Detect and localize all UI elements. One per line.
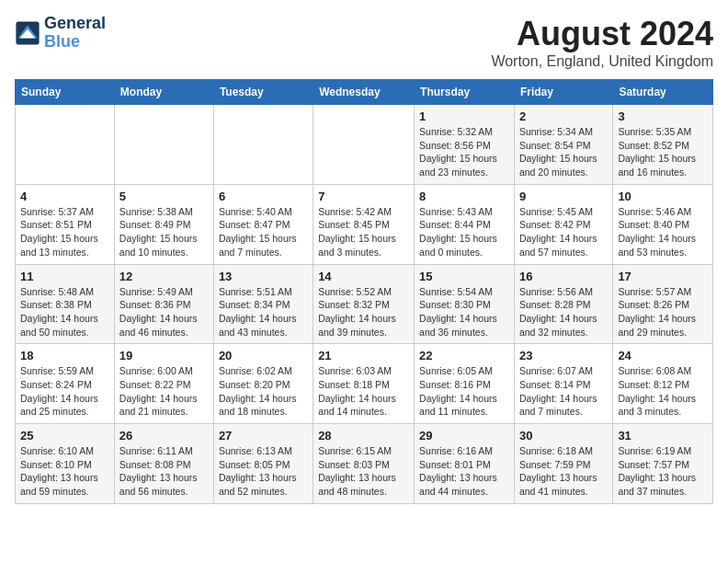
day-info: Sunrise: 6:11 AM Sunset: 8:08 PM Dayligh… xyxy=(119,444,209,499)
calendar-day-cell: 15Sunrise: 5:54 AM Sunset: 8:30 PM Dayli… xyxy=(415,264,515,344)
calendar-title: August 2024 xyxy=(491,15,713,53)
day-info: Sunrise: 6:13 AM Sunset: 8:05 PM Dayligh… xyxy=(219,444,308,499)
day-number: 28 xyxy=(318,429,409,442)
calendar-day-cell: 14Sunrise: 5:52 AM Sunset: 8:32 PM Dayli… xyxy=(313,264,415,344)
day-info: Sunrise: 6:19 AM Sunset: 7:57 PM Dayligh… xyxy=(618,444,708,499)
logo-text: General Blue xyxy=(44,15,106,52)
day-info: Sunrise: 5:52 AM Sunset: 8:32 PM Dayligh… xyxy=(318,285,409,339)
calendar-day-cell: 11Sunrise: 5:48 AM Sunset: 8:38 PM Dayli… xyxy=(16,264,115,344)
weekday-header-cell: Sunday xyxy=(16,80,115,105)
weekday-header-cell: Wednesday xyxy=(313,80,415,105)
day-info: Sunrise: 5:45 AM Sunset: 8:42 PM Dayligh… xyxy=(519,205,608,259)
calendar-day-cell: 7Sunrise: 5:42 AM Sunset: 8:45 PM Daylig… xyxy=(313,184,415,264)
day-info: Sunrise: 5:57 AM Sunset: 8:26 PM Dayligh… xyxy=(618,285,708,339)
title-area: August 2024 Worton, England, United King… xyxy=(491,15,713,70)
day-info: Sunrise: 5:49 AM Sunset: 8:36 PM Dayligh… xyxy=(119,285,209,339)
day-number: 26 xyxy=(119,429,209,442)
day-info: Sunrise: 6:02 AM Sunset: 8:20 PM Dayligh… xyxy=(219,364,308,419)
day-number: 17 xyxy=(618,270,708,283)
day-info: Sunrise: 6:05 AM Sunset: 8:16 PM Dayligh… xyxy=(419,364,509,419)
day-number: 19 xyxy=(119,349,209,362)
day-info: Sunrise: 6:03 AM Sunset: 8:18 PM Dayligh… xyxy=(318,364,409,419)
day-info: Sunrise: 5:35 AM Sunset: 8:52 PM Dayligh… xyxy=(618,125,708,179)
weekday-header-row: SundayMondayTuesdayWednesdayThursdayFrid… xyxy=(16,80,713,105)
calendar-week-row: 25Sunrise: 6:10 AM Sunset: 8:10 PM Dayli… xyxy=(16,424,713,504)
day-number: 5 xyxy=(119,190,209,203)
logo-icon xyxy=(15,20,40,46)
day-info: Sunrise: 5:59 AM Sunset: 8:24 PM Dayligh… xyxy=(20,364,109,419)
day-number: 1 xyxy=(419,109,509,123)
calendar-day-cell: 30Sunrise: 6:18 AM Sunset: 7:59 PM Dayli… xyxy=(514,424,612,504)
day-info: Sunrise: 6:10 AM Sunset: 8:10 PM Dayligh… xyxy=(20,444,109,499)
day-number: 2 xyxy=(519,109,608,123)
calendar-day-cell: 9Sunrise: 5:45 AM Sunset: 8:42 PM Daylig… xyxy=(514,184,612,264)
calendar-week-row: 11Sunrise: 5:48 AM Sunset: 8:38 PM Dayli… xyxy=(16,264,713,344)
day-info: Sunrise: 5:40 AM Sunset: 8:47 PM Dayligh… xyxy=(219,205,308,259)
day-number: 16 xyxy=(519,270,608,283)
day-info: Sunrise: 5:56 AM Sunset: 8:28 PM Dayligh… xyxy=(519,285,608,339)
day-info: Sunrise: 5:46 AM Sunset: 8:40 PM Dayligh… xyxy=(618,205,708,259)
calendar-day-cell xyxy=(313,105,415,185)
day-info: Sunrise: 6:00 AM Sunset: 8:22 PM Dayligh… xyxy=(119,364,209,419)
day-number: 29 xyxy=(419,429,509,442)
logo: General Blue xyxy=(15,15,106,52)
day-number: 24 xyxy=(618,349,708,362)
day-info: Sunrise: 6:16 AM Sunset: 8:01 PM Dayligh… xyxy=(419,444,509,499)
calendar-day-cell: 24Sunrise: 6:08 AM Sunset: 8:12 PM Dayli… xyxy=(613,344,713,424)
calendar-week-row: 18Sunrise: 5:59 AM Sunset: 8:24 PM Dayli… xyxy=(16,344,713,424)
day-number: 9 xyxy=(519,190,608,203)
header: General Blue August 2024 Worton, England… xyxy=(15,15,713,70)
calendar-day-cell: 4Sunrise: 5:37 AM Sunset: 8:51 PM Daylig… xyxy=(16,184,115,264)
calendar-day-cell: 8Sunrise: 5:43 AM Sunset: 8:44 PM Daylig… xyxy=(415,184,515,264)
day-number: 20 xyxy=(219,349,308,362)
calendar-day-cell: 20Sunrise: 6:02 AM Sunset: 8:20 PM Dayli… xyxy=(213,344,313,424)
weekday-header-cell: Tuesday xyxy=(213,80,313,105)
logo-line2: Blue xyxy=(44,32,80,51)
day-info: Sunrise: 5:34 AM Sunset: 8:54 PM Dayligh… xyxy=(519,125,608,179)
calendar-day-cell: 13Sunrise: 5:51 AM Sunset: 8:34 PM Dayli… xyxy=(213,264,313,344)
day-info: Sunrise: 5:48 AM Sunset: 8:38 PM Dayligh… xyxy=(20,285,109,339)
day-number: 8 xyxy=(419,190,509,203)
calendar-day-cell: 22Sunrise: 6:05 AM Sunset: 8:16 PM Dayli… xyxy=(415,344,515,424)
day-number: 14 xyxy=(318,270,409,283)
weekday-header-cell: Saturday xyxy=(613,80,713,105)
weekday-header-cell: Monday xyxy=(114,80,213,105)
calendar-day-cell: 12Sunrise: 5:49 AM Sunset: 8:36 PM Dayli… xyxy=(114,264,213,344)
weekday-header-cell: Friday xyxy=(514,80,612,105)
day-number: 3 xyxy=(618,109,708,123)
weekday-header-cell: Thursday xyxy=(415,80,515,105)
calendar-day-cell: 17Sunrise: 5:57 AM Sunset: 8:26 PM Dayli… xyxy=(613,264,713,344)
day-number: 7 xyxy=(318,190,409,203)
calendar-day-cell: 31Sunrise: 6:19 AM Sunset: 7:57 PM Dayli… xyxy=(613,424,713,504)
day-number: 31 xyxy=(618,429,708,442)
day-info: Sunrise: 5:32 AM Sunset: 8:56 PM Dayligh… xyxy=(419,125,509,179)
day-number: 30 xyxy=(519,429,608,442)
day-info: Sunrise: 5:37 AM Sunset: 8:51 PM Dayligh… xyxy=(20,205,109,259)
day-number: 4 xyxy=(20,190,109,203)
day-info: Sunrise: 5:38 AM Sunset: 8:49 PM Dayligh… xyxy=(119,205,209,259)
calendar-day-cell: 1Sunrise: 5:32 AM Sunset: 8:56 PM Daylig… xyxy=(415,105,515,185)
calendar-day-cell: 19Sunrise: 6:00 AM Sunset: 8:22 PM Dayli… xyxy=(114,344,213,424)
day-info: Sunrise: 5:43 AM Sunset: 8:44 PM Dayligh… xyxy=(419,205,509,259)
calendar-day-cell: 10Sunrise: 5:46 AM Sunset: 8:40 PM Dayli… xyxy=(613,184,713,264)
calendar-day-cell xyxy=(213,105,313,185)
calendar-table: SundayMondayTuesdayWednesdayThursdayFrid… xyxy=(15,79,713,504)
logo-line1: General xyxy=(44,15,106,33)
day-number: 10 xyxy=(618,190,708,203)
calendar-day-cell: 27Sunrise: 6:13 AM Sunset: 8:05 PM Dayli… xyxy=(213,424,313,504)
calendar-week-row: 4Sunrise: 5:37 AM Sunset: 8:51 PM Daylig… xyxy=(16,184,713,264)
calendar-day-cell: 21Sunrise: 6:03 AM Sunset: 8:18 PM Dayli… xyxy=(313,344,415,424)
calendar-day-cell: 5Sunrise: 5:38 AM Sunset: 8:49 PM Daylig… xyxy=(114,184,213,264)
calendar-day-cell: 18Sunrise: 5:59 AM Sunset: 8:24 PM Dayli… xyxy=(16,344,115,424)
calendar-day-cell xyxy=(114,105,213,185)
calendar-day-cell: 6Sunrise: 5:40 AM Sunset: 8:47 PM Daylig… xyxy=(213,184,313,264)
calendar-day-cell: 3Sunrise: 5:35 AM Sunset: 8:52 PM Daylig… xyxy=(613,105,713,185)
day-info: Sunrise: 5:42 AM Sunset: 8:45 PM Dayligh… xyxy=(318,205,409,259)
day-number: 6 xyxy=(219,190,308,203)
day-number: 27 xyxy=(219,429,308,442)
day-number: 15 xyxy=(419,270,509,283)
calendar-body: 1Sunrise: 5:32 AM Sunset: 8:56 PM Daylig… xyxy=(16,105,713,504)
day-number: 21 xyxy=(318,349,409,362)
calendar-day-cell: 28Sunrise: 6:15 AM Sunset: 8:03 PM Dayli… xyxy=(313,424,415,504)
calendar-day-cell: 29Sunrise: 6:16 AM Sunset: 8:01 PM Dayli… xyxy=(415,424,515,504)
